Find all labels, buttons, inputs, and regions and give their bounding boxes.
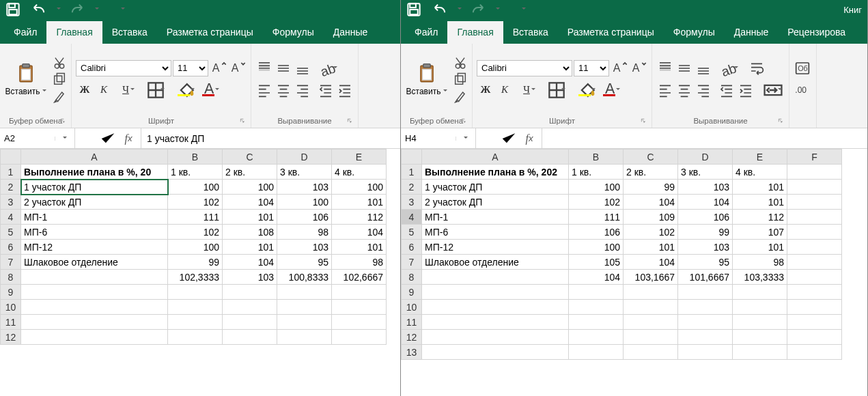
name-box-input[interactable] [401,128,456,148]
cell[interactable]: 2 кв. [624,165,678,180]
row-header[interactable]: 9 [1,285,21,300]
cell[interactable]: 103 [678,180,733,195]
cell[interactable]: 103 [678,240,733,255]
cell[interactable]: 100 [332,180,387,195]
cell[interactable]: 102,6667 [332,270,387,285]
decrease-indent-icon[interactable] [317,82,335,98]
cell[interactable]: 104 [624,255,678,270]
cell[interactable]: 95 [678,255,733,270]
cell[interactable]: 104 [569,270,624,285]
cell[interactable]: МП-12 [21,240,168,255]
underline-button[interactable]: Ч [114,82,137,98]
cell[interactable]: 100,8333 [277,270,332,285]
number-format-icon[interactable]: Об [794,60,811,76]
cell[interactable]: МП-12 [422,240,569,255]
cell[interactable] [21,270,168,285]
cell[interactable]: 112 [733,210,787,225]
cell[interactable] [624,300,678,315]
borders-icon[interactable] [144,82,167,98]
cell[interactable] [569,300,624,315]
cell[interactable]: 103,1667 [624,270,678,285]
col-header[interactable]: E [733,150,787,165]
cell[interactable]: 101 [733,195,787,210]
col-header[interactable]: A [422,150,569,165]
cell[interactable] [422,270,569,285]
tab-formulas[interactable]: Формулы [263,21,324,44]
tab-insert[interactable]: Вставка [503,21,558,44]
cell[interactable]: 1 участок ДП [422,180,569,195]
cell[interactable]: 102 [624,225,678,240]
row-header[interactable]: 1 [1,165,21,180]
row-header[interactable]: 5 [1,225,21,240]
cell[interactable]: 111 [168,210,223,225]
align-right-icon[interactable] [695,82,712,98]
cell[interactable]: МП-6 [21,225,168,240]
alignment-launcher-icon[interactable] [347,118,355,126]
cell[interactable]: 109 [624,210,678,225]
cell[interactable]: 104 [678,195,733,210]
qat-undo-icon[interactable] [431,3,449,16]
cell[interactable]: 100 [168,240,223,255]
cell[interactable] [332,300,387,315]
cell[interactable] [422,330,569,345]
cut-icon[interactable] [52,56,67,70]
cell[interactable] [277,315,332,330]
tab-layout[interactable]: Разметка страницы [558,21,664,44]
cell[interactable]: 101 [733,240,787,255]
cell[interactable]: 101 [733,180,787,195]
cell[interactable] [223,330,277,345]
qat-save-icon[interactable] [4,3,22,16]
cell[interactable]: 111 [569,210,624,225]
cell[interactable] [277,330,332,345]
formula-input[interactable] [542,128,867,148]
cell[interactable]: 101 [332,240,387,255]
paste-button[interactable]: 8"> Вставить [4,53,48,106]
cell[interactable] [223,300,277,315]
col-header[interactable]: C [223,150,277,165]
fill-color-icon[interactable] [174,82,197,98]
cell[interactable] [787,210,842,225]
cell[interactable] [332,315,387,330]
italic-button[interactable]: К [496,82,514,98]
cell[interactable] [223,315,277,330]
qat-redo-dd[interactable] [488,3,506,16]
cell[interactable]: 102,3333 [168,270,223,285]
cell[interactable]: 98 [733,255,787,270]
cell[interactable] [624,285,678,300]
cell[interactable]: 100 [223,180,277,195]
cell[interactable]: 106 [678,210,733,225]
cell[interactable] [332,330,387,345]
cell[interactable]: МП-1 [422,210,569,225]
qat-undo-icon[interactable] [30,3,48,16]
row-header[interactable]: 7 [1,255,21,270]
cell[interactable] [422,315,569,330]
cell[interactable] [787,255,842,270]
col-header[interactable]: F [787,150,842,165]
tab-file[interactable]: Файл [405,21,447,44]
cell[interactable]: 98 [277,225,332,240]
cell[interactable] [787,315,842,330]
cell[interactable] [332,285,387,300]
qat-redo-dd[interactable] [87,3,105,16]
italic-button[interactable]: К [95,82,113,98]
name-box[interactable] [401,128,476,148]
name-box-dd-icon[interactable] [456,137,473,141]
cell[interactable] [733,315,787,330]
font-name-select[interactable]: Calibri [477,60,572,76]
tab-file[interactable]: Файл [4,21,46,44]
cell[interactable] [733,345,787,360]
cell[interactable] [787,330,842,345]
orientation-icon[interactable]: ab [718,60,741,76]
align-bottom-icon[interactable] [294,60,311,76]
cell[interactable]: 3 кв. [277,165,332,180]
row-header[interactable]: 4 [402,210,422,225]
cancel-formula-icon[interactable] [78,128,97,148]
cell[interactable]: 101 [332,195,387,210]
align-left-icon[interactable] [656,82,674,98]
tab-layout[interactable]: Разметка страницы [157,21,263,44]
cell[interactable] [168,315,223,330]
cell[interactable]: 4 кв. [733,165,787,180]
cell[interactable]: Выполнение плана в %, 202 [422,165,569,180]
cell[interactable] [787,180,842,195]
cell[interactable] [277,300,332,315]
